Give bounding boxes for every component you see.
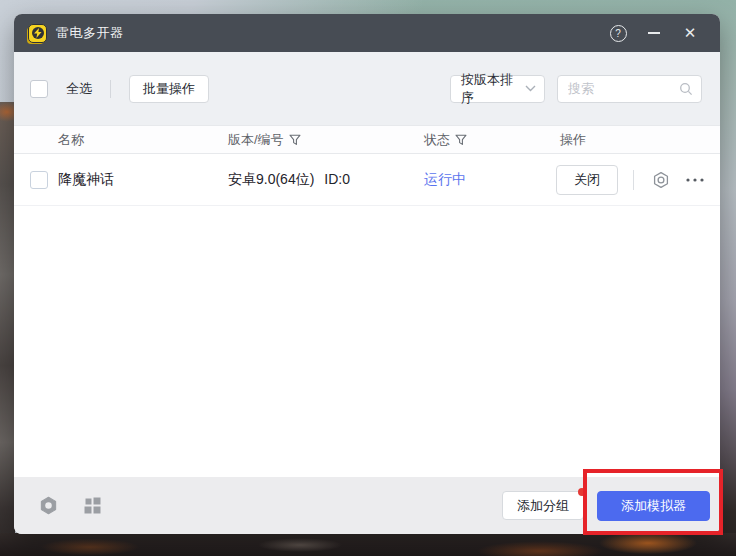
row-checkbox[interactable] xyxy=(30,171,48,189)
add-group-button[interactable]: 添加分组 xyxy=(502,491,584,520)
gear-icon xyxy=(651,170,671,190)
select-all-checkbox[interactable] xyxy=(30,80,48,98)
column-header-status: 状态 xyxy=(424,131,560,149)
instance-id: ID:0 xyxy=(324,171,350,187)
search-box[interactable] xyxy=(557,75,702,103)
footer-bar: 添加分组 添加模拟器 xyxy=(14,477,720,534)
toolbar-divider xyxy=(110,80,111,98)
minimize-icon xyxy=(648,32,660,34)
chevron-down-icon xyxy=(525,85,536,92)
funnel-filter-icon[interactable] xyxy=(289,134,301,146)
funnel-filter-icon[interactable] xyxy=(455,134,467,146)
row-actions: 关闭 xyxy=(556,165,707,195)
search-icon xyxy=(679,82,693,96)
global-settings-button[interactable] xyxy=(36,494,60,518)
more-dots-icon xyxy=(685,177,705,183)
help-button[interactable]: ? xyxy=(604,19,632,47)
column-header-action: 操作 xyxy=(560,131,586,149)
instance-row[interactable]: 降魔神话 安卓9.0(64位)ID:0 运行中 关闭 xyxy=(14,154,720,206)
toolbar: 全选 批量操作 按版本排序 xyxy=(14,52,720,125)
column-header-name: 名称 xyxy=(58,131,228,149)
grid-layout-button[interactable] xyxy=(80,494,104,518)
close-button[interactable]: ✕ xyxy=(676,19,704,47)
instance-status: 运行中 xyxy=(424,171,560,189)
app-lightning-icon xyxy=(28,24,47,43)
instance-list: 降魔神话 安卓9.0(64位)ID:0 运行中 关闭 xyxy=(14,154,720,477)
titlebar[interactable]: 雷电多开器 ? ✕ xyxy=(14,14,720,52)
wallpaper-rocks-left xyxy=(0,102,15,556)
batch-operations-button[interactable]: 批量操作 xyxy=(129,75,209,103)
notification-dot xyxy=(578,488,586,496)
more-actions-button[interactable] xyxy=(683,168,707,192)
add-emulator-button[interactable]: 添加模拟器 xyxy=(597,491,710,521)
table-header: 名称 版本/编号 状态 操作 xyxy=(14,125,720,154)
instance-settings-button[interactable] xyxy=(649,168,673,192)
grid-layout-icon xyxy=(84,497,101,514)
instance-name: 降魔神话 xyxy=(58,171,228,189)
instance-version: 安卓9.0(64位)ID:0 xyxy=(228,171,424,189)
search-input[interactable] xyxy=(568,81,679,96)
close-instance-button[interactable]: 关闭 xyxy=(556,165,618,195)
window-title: 雷电多开器 xyxy=(56,24,124,42)
close-icon: ✕ xyxy=(684,24,697,42)
actions-divider xyxy=(633,170,634,190)
sort-dropdown-value: 按版本排序 xyxy=(461,71,525,107)
sort-dropdown[interactable]: 按版本排序 xyxy=(450,75,545,103)
wallpaper-rocks-bottom xyxy=(0,533,736,556)
select-all-label: 全选 xyxy=(66,80,92,98)
gear-icon xyxy=(38,495,59,516)
ldplayer-multi-instance-window: 雷电多开器 ? ✕ 全选 批量操作 按版本排序 xyxy=(14,14,720,534)
minimize-button[interactable] xyxy=(640,19,668,47)
help-icon: ? xyxy=(610,25,627,42)
column-header-version: 版本/编号 xyxy=(228,131,424,149)
